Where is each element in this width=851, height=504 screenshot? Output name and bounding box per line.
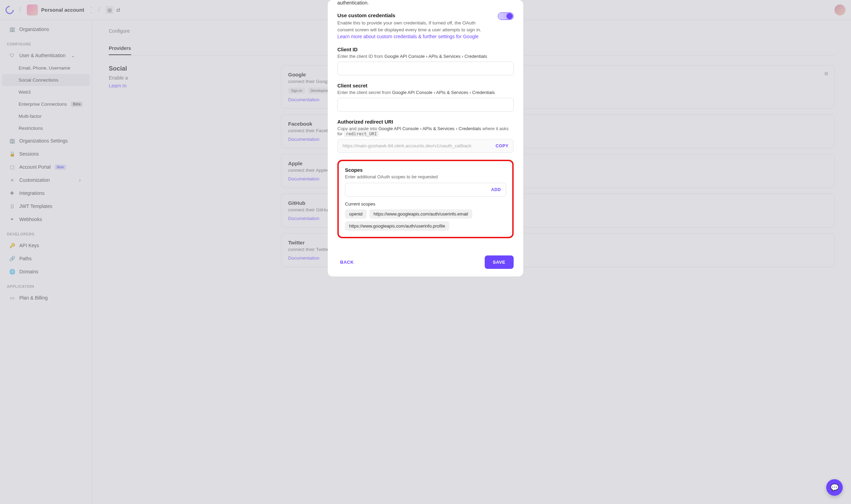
- scope-chips: openidhttps://www.googleapis.com/auth/us…: [345, 209, 506, 231]
- scope-input-row: ADD: [345, 183, 506, 197]
- custom-credentials-row: Use custom credentials Enable this to pr…: [337, 12, 514, 39]
- scope-chip: https://www.googleapis.com/auth/userinfo…: [369, 209, 472, 219]
- client-id-label: Client ID: [337, 47, 514, 52]
- scope-chip: https://www.googleapis.com/auth/userinfo…: [345, 221, 449, 231]
- toggle-learn-link[interactable]: Learn more about custom credentials & fu…: [337, 34, 491, 39]
- scopes-label: Scopes: [345, 167, 506, 173]
- current-scopes-label: Current scopes: [345, 201, 506, 207]
- add-scope-button[interactable]: ADD: [491, 187, 501, 192]
- redirect-uri-hint: Copy and paste into Google API Console ›…: [337, 126, 514, 136]
- chat-icon: 💬: [830, 483, 839, 492]
- scopes-highlight: Scopes Enter additional OAuth scopes to …: [337, 160, 514, 238]
- client-secret-label: Client secret: [337, 83, 514, 88]
- redirect-uri-value: https://main-goshawk-94.clerk.accounts.d…: [343, 143, 496, 148]
- redirect-uri-copy-row: https://main-goshawk-94.clerk.accounts.d…: [337, 139, 514, 153]
- google-settings-modal: authentication. Use custom credentials E…: [328, 0, 523, 276]
- client-secret-hint: Enter the client secret from Google API …: [337, 90, 514, 95]
- client-secret-field: Client secret Enter the client secret fr…: [337, 83, 514, 112]
- save-button[interactable]: SAVE: [485, 255, 514, 269]
- modal-overlay: authentication. Use custom credentials E…: [0, 0, 851, 504]
- modal-footer: BACK SAVE: [328, 248, 523, 276]
- copy-button[interactable]: COPY: [496, 144, 508, 148]
- back-button[interactable]: BACK: [337, 255, 357, 269]
- toggle-desc: Enable this to provide your own credenti…: [337, 20, 491, 34]
- client-id-input[interactable]: [337, 62, 514, 75]
- scopes-hint: Enter additional OAuth scopes to be requ…: [345, 174, 506, 179]
- client-id-field: Client ID Enter the client ID from Googl…: [337, 47, 514, 75]
- client-id-hint: Enter the client ID from Google API Cons…: [337, 54, 514, 59]
- client-secret-input[interactable]: [337, 98, 514, 112]
- trailing-text: authentication.: [337, 0, 514, 8]
- chat-bubble[interactable]: 💬: [826, 479, 843, 496]
- redirect-uri-label: Authorized redirect URI: [337, 119, 514, 125]
- custom-credentials-toggle[interactable]: [498, 12, 514, 20]
- toggle-title: Use custom credentials: [337, 12, 491, 18]
- redirect-uri-field: Authorized redirect URI Copy and paste i…: [337, 119, 514, 153]
- scope-chip: openid: [345, 209, 367, 219]
- scope-input[interactable]: [345, 183, 491, 196]
